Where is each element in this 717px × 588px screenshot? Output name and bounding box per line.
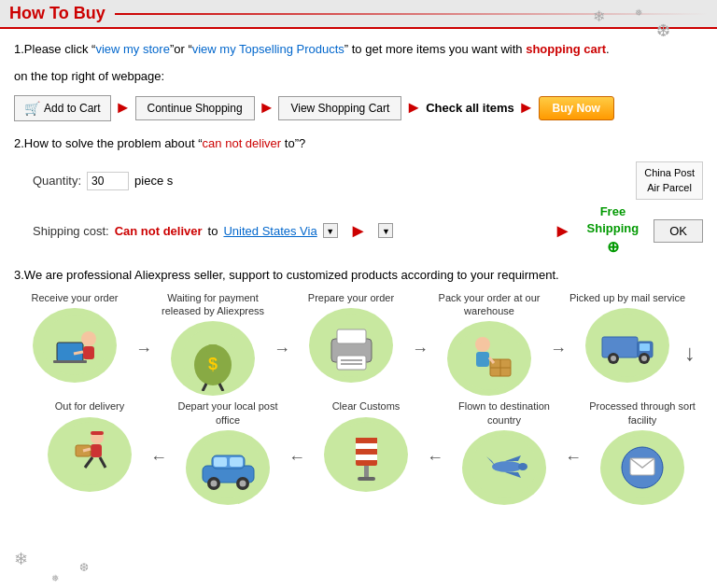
svg-rect-28 <box>640 343 650 351</box>
arrow-1: ► <box>115 98 132 118</box>
arrow-4: ► <box>518 98 535 118</box>
svg-rect-15 <box>337 356 366 370</box>
process-label-2: Waiting for payment released by Aliexpre… <box>152 291 274 318</box>
process-arrow-r3: ← <box>427 448 443 468</box>
svg-rect-49 <box>358 477 375 481</box>
svg-point-3 <box>81 331 96 346</box>
step3-text: 3.We are professional Aliexpress seller,… <box>14 268 703 282</box>
customs-svg <box>331 419 401 489</box>
process-icon-5 <box>585 308 669 383</box>
svg-rect-2 <box>53 360 87 363</box>
svg-rect-46 <box>356 449 377 455</box>
printer-svg <box>316 311 387 381</box>
step1-flow: 🛒 Add to Cart ► Continue Shopping ► View… <box>14 95 703 121</box>
svg-rect-8 <box>206 344 219 354</box>
process-icon-7 <box>186 430 270 505</box>
snowflake-6: ❆ <box>79 561 89 574</box>
shopping-cart-link[interactable]: shopping cart <box>526 42 606 56</box>
svg-rect-26 <box>602 337 638 357</box>
cannot-deliver: Can not deliver <box>115 224 203 238</box>
view-shopping-cart-button[interactable]: View Shopping Cart <box>278 96 401 120</box>
process-arrow-r2: ← <box>288 448 305 468</box>
view-store-link[interactable]: view my store <box>95 42 169 56</box>
step1-line2: on the top right of webpage: <box>14 65 703 87</box>
buy-now-button[interactable]: Buy Now <box>539 96 614 120</box>
svg-rect-47 <box>356 455 377 460</box>
process-label-7: Depart your local post office <box>167 399 288 427</box>
svg-text:$: $ <box>208 355 218 373</box>
svg-line-66 <box>83 449 91 451</box>
process-label-6: Out for delivery <box>55 399 125 413</box>
process-item-9: Flown to destination country <box>443 399 565 505</box>
svg-point-19 <box>475 337 490 352</box>
svg-point-38 <box>518 463 527 470</box>
quantity-row: Quantity: piece s China Post Air Parcel <box>14 161 703 200</box>
ok-button[interactable]: OK <box>654 219 703 243</box>
svg-point-37 <box>492 461 522 472</box>
svg-rect-62 <box>91 444 102 457</box>
process-icon-6 <box>48 417 132 492</box>
process-icon-4 <box>447 321 531 396</box>
arrow-3: ► <box>405 98 422 118</box>
topselling-link[interactable]: view my Topselling Products <box>192 42 344 56</box>
svg-rect-4 <box>83 346 94 359</box>
shipping-label: Shipping cost: <box>33 224 109 238</box>
shipping-row: Shipping cost: Can not deliver to United… <box>14 203 703 259</box>
person-laptop-svg <box>40 313 110 378</box>
process-label-5: Picked up by mail service <box>569 291 685 304</box>
process-label-1: Receive your order <box>32 291 119 304</box>
svg-point-30 <box>611 356 616 361</box>
snowflake-4: ❄ <box>14 549 28 569</box>
process-item-3: Prepare your order <box>290 291 412 383</box>
process-icon-8 <box>324 417 408 492</box>
delivery-person-svg <box>55 419 125 489</box>
arrow-free-shipping: ► <box>554 220 572 242</box>
process-item-5: Picked up by mail service <box>567 291 688 383</box>
quantity-label: Quantity: <box>33 174 81 188</box>
process-item-7: Depart your local post office <box>167 399 288 505</box>
process-item-6: Out for delivery <box>29 399 150 491</box>
process-label-9: Flown to destination country <box>443 399 565 427</box>
process-row-2: Processed through sort facility ← Flown … <box>14 399 703 505</box>
svg-rect-44 <box>356 438 377 443</box>
dropdown-arrow-1[interactable]: ▼ <box>323 223 338 238</box>
svg-line-5 <box>74 352 83 354</box>
process-item-10: Processed through sort facility <box>582 399 703 505</box>
check-items-label: Check all items <box>426 101 514 115</box>
arrow-2: ► <box>259 98 275 118</box>
process-icon-10 <box>600 430 684 505</box>
process-item-8: Clear Customs <box>305 399 427 491</box>
process-item-4: Pack your order at our warehouse <box>429 291 550 397</box>
step2-section: Quantity: piece s China Post Air Parcel … <box>14 161 703 259</box>
cart-icon: 🛒 <box>24 101 40 116</box>
process-icon-3 <box>309 308 393 383</box>
quantity-input[interactable] <box>87 172 129 190</box>
process-item-1: Receive your order <box>14 291 135 383</box>
main-content: 1.Please click “view my store”or “view m… <box>0 29 717 514</box>
quantity-unit: piece s <box>134 174 173 188</box>
process-arrow-3: → <box>412 340 429 359</box>
svg-rect-48 <box>364 466 369 479</box>
process-arrow-1: → <box>135 340 152 359</box>
process-row-1: Receive your order → <box>14 291 703 397</box>
plane-svg <box>470 432 540 502</box>
process-down-arrow: ↓ <box>684 340 696 366</box>
page-title: How To Buy <box>9 4 105 23</box>
car-svg <box>193 432 263 502</box>
snowflake-5: ❅ <box>51 573 59 583</box>
process-label-3: Prepare your order <box>308 291 394 304</box>
process-arrow-r4: ← <box>565 448 582 468</box>
svg-point-58 <box>239 481 246 487</box>
header-bar: How To Buy <box>0 0 717 29</box>
process-item-2: Waiting for payment released by Aliexpre… <box>152 291 274 397</box>
svg-rect-54 <box>230 457 243 467</box>
process-label-8: Clear Customs <box>332 399 401 413</box>
svg-rect-45 <box>356 443 377 449</box>
dropdown-arrow-2[interactable]: ▼ <box>378 223 393 238</box>
continue-shopping-button[interactable]: Continue Shopping <box>135 96 255 120</box>
process-icon-9 <box>462 430 546 505</box>
step1-intro: 1.Please click “view my store”or “view m… <box>14 38 703 60</box>
shipping-arrow: ► <box>349 220 368 242</box>
worker-package-svg <box>455 324 525 394</box>
add-to-cart-button[interactable]: 🛒 Add to Cart <box>14 95 111 121</box>
